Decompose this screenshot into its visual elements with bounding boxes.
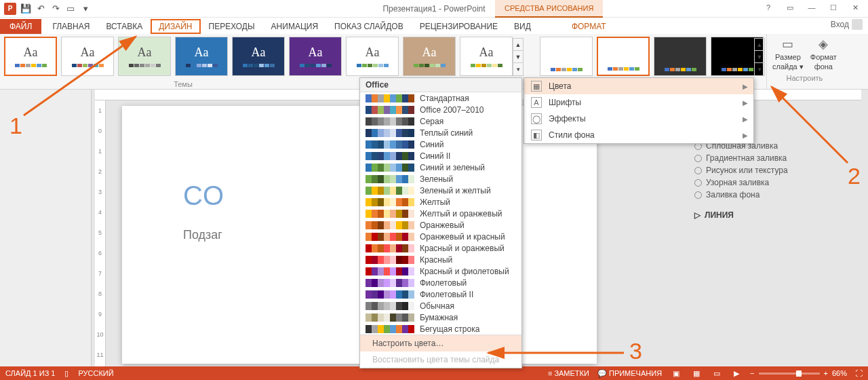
variants-down-icon[interactable]: ▼ [755,51,764,63]
menu-effects[interactable]: ◯ Эффекты ▶ [524,111,753,127]
variants-more-icon[interactable]: ▾ [755,63,764,75]
theme-thumb[interactable]: Aa [460,37,513,76]
variant-thumb[interactable] [654,37,707,76]
chevron-right-icon: ▶ [743,83,748,90]
color-scheme-item[interactable]: Обычная [360,300,521,311]
color-scheme-list[interactable]: СтандартнаяOffice 2007–2010СераяТеплый с… [360,92,521,335]
help-icon[interactable]: ? [758,0,778,15]
theme-thumb[interactable]: Aa [61,37,114,76]
color-scheme-item[interactable]: Бумажная [360,311,521,323]
color-scheme-item[interactable]: Синий II [360,150,521,162]
menu-fonts[interactable]: A Шрифты ▶ [524,94,753,111]
tab-slideshow[interactable]: ПОКАЗ СЛАЙДОВ [326,19,412,34]
redo-icon[interactable]: ↷ [50,3,61,14]
theme-thumb[interactable]: Aa [175,37,228,76]
gallery-up-icon[interactable]: ▲ [513,39,523,51]
color-scheme-item[interactable]: Оранжевый [360,219,521,231]
theme-thumb[interactable]: Aa [232,37,285,76]
dropdown-header: Office [360,78,521,92]
customize-colors-item[interactable]: Настроить цвета… [360,335,521,352]
fonts-icon: A [531,97,542,108]
customize-colors-label: Настроить цвета… [372,339,443,348]
chevron-right-icon: ▶ [743,132,748,139]
zoom-out-icon[interactable]: − [750,369,754,377]
color-scheme-item[interactable]: Зеленый и желтый [360,185,521,196]
theme-thumb[interactable]: Aa [346,37,399,76]
tab-design[interactable]: ДИЗАЙН [151,19,200,34]
zoom-value[interactable]: 66% [832,369,847,377]
spellcheck-icon[interactable]: ▯ [64,369,68,378]
variants-up-icon[interactable]: ▲ [755,39,764,51]
color-scheme-item[interactable]: Серая [360,115,521,127]
line-section-header[interactable]: ▷ЛИНИЯ [694,210,857,220]
theme-colors-dropdown: Office СтандартнаяOffice 2007–2010СераяТ… [359,77,522,368]
color-scheme-item[interactable]: Красный [360,254,521,265]
fill-picture-radio[interactable]: Рисунок или текстура [694,164,857,176]
menu-colors[interactable]: ▦ Цвета ▶ [524,78,753,94]
zoom-track[interactable] [759,373,820,375]
color-scheme-item[interactable]: Красный и фиолетовый [360,265,521,277]
chevron-right-icon: ▶ [743,115,748,123]
normal-view-icon[interactable]: ▣ [670,369,682,378]
theme-thumb[interactable]: Aa [403,37,456,76]
theme-thumb[interactable]: Aa [118,37,171,76]
variant-thumb[interactable] [540,37,593,76]
menu-bg-styles[interactable]: ◧ Стили фона ▶ [524,127,753,143]
slide-size-button[interactable]: ▭ Размер слайда ▾ [772,37,804,71]
color-scheme-item[interactable]: Теплый синий [360,127,521,138]
save-icon[interactable]: 💾 [20,3,31,14]
fill-slidebg-radio[interactable]: Заливка фона [694,189,857,201]
color-scheme-item[interactable]: Фиолетовый II [360,288,521,300]
color-scheme-item[interactable]: Синий и зеленый [360,162,521,173]
color-scheme-item[interactable]: Желтый [360,196,521,208]
tab-insert[interactable]: ВСТАВКА [98,19,151,34]
theme-thumb[interactable]: Aa [4,37,57,76]
status-language[interactable]: РУССКИЙ [78,369,113,377]
format-background-button[interactable]: ◈ Формат фона [810,37,837,71]
color-scheme-item[interactable]: Фиолетовый [360,277,521,288]
undo-icon[interactable]: ↶ [35,3,46,14]
sorter-view-icon[interactable]: ▦ [690,369,703,378]
tab-home[interactable]: ГЛАВНАЯ [44,19,98,34]
format-background-icon: ◈ [816,37,831,52]
close-icon[interactable]: ✕ [845,0,865,15]
fill-pattern-radio[interactable]: Узорная заливка [694,176,857,189]
sign-in[interactable]: Вход [831,19,863,30]
reading-view-icon[interactable]: ▭ [711,369,723,378]
tab-view[interactable]: ВИД [506,19,539,34]
color-scheme-item[interactable]: Синий [360,138,521,150]
comments-button[interactable]: 💬 ПРИМЕЧАНИЯ [597,369,662,378]
qat-dropdown-icon[interactable]: ▾ [80,3,91,14]
fill-gradient-radio[interactable]: Градиентная заливка [694,152,857,164]
zoom-in-icon[interactable]: + [824,369,828,377]
zoom-slider[interactable]: − + 66% [750,369,847,377]
color-scheme-item[interactable]: Office 2007–2010 [360,104,521,115]
ribbon-options-icon[interactable]: ▭ [780,0,800,15]
tab-review[interactable]: РЕЦЕНЗИРОВАНИЕ [412,19,506,34]
color-scheme-item[interactable]: Стандартная [360,92,521,104]
gallery-down-icon[interactable]: ▼ [513,51,523,63]
format-bg-label-2: фона [814,62,833,71]
variant-thumb[interactable] [597,37,650,76]
tab-animations[interactable]: АНИМАЦИЯ [263,19,326,34]
color-scheme-item[interactable]: Желтый и оранжевый [360,208,521,219]
color-scheme-item[interactable]: Красный и оранжевый [360,242,521,254]
reset-colors-label: Восстановить цвета темы слайда [372,355,499,364]
color-scheme-item[interactable]: Бегущая строка [360,323,521,335]
color-scheme-item[interactable]: Оранжевый и красный [360,231,521,242]
tab-transitions[interactable]: ПЕРЕХОДЫ [201,19,263,34]
slideshow-view-icon[interactable]: ▶ [731,369,742,378]
tab-format[interactable]: ФОРМАТ [564,19,614,34]
zoom-thumb[interactable] [796,370,802,377]
maximize-icon[interactable]: ☐ [823,0,844,15]
color-scheme-item[interactable]: Зеленый [360,173,521,185]
tab-file[interactable]: ФАЙЛ [0,19,41,34]
theme-thumb[interactable]: Aa [289,37,342,76]
start-slideshow-icon[interactable]: ▭ [65,3,76,14]
slide-thumbnail-pane[interactable] [0,90,92,366]
notes-button[interactable]: ≡ ЗАМЕТКИ [548,369,589,377]
fit-to-window-icon[interactable]: ⛶ [855,369,863,377]
status-slide-count: СЛАЙД 1 ИЗ 1 [5,369,55,377]
gallery-more-icon[interactable]: ▾ [513,63,523,75]
minimize-icon[interactable]: — [802,0,822,15]
